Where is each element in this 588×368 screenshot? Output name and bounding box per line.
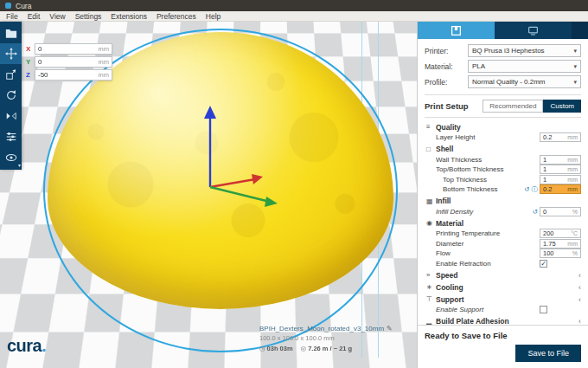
section-title: Speed: [436, 271, 578, 280]
unit-label: %: [572, 209, 578, 215]
menu-bar: FileEditViewSettingsExtensionsPreference…: [0, 11, 588, 22]
section-cooling[interactable]: ∗Cooling‹: [426, 281, 581, 293]
z-axis-arrow[interactable]: [204, 106, 216, 187]
tab-monitor[interactable]: [495, 22, 572, 39]
model-info: BPIH_Dexters_Moon_rotated_v3_10mm ✎ 100.…: [259, 325, 413, 352]
enable-support-checkbox[interactable]: [540, 306, 547, 313]
folder-icon: [5, 27, 17, 39]
axis-gizmo[interactable]: [152, 105, 291, 222]
tool-per-model-settings[interactable]: [0, 126, 22, 147]
model-dimensions: 100.0 x 100.0 x 100.0 mm: [259, 334, 413, 342]
setting-row: Layer Height0.2mm: [426, 132, 581, 143]
chevron-down-icon: ▾: [18, 162, 21, 168]
save-to-file-button[interactable]: Save to File: [515, 345, 581, 362]
chevron-down-icon: ▾: [573, 48, 577, 55]
setting-label: Wall Thickness: [436, 156, 540, 164]
machine-label: Profile:: [425, 78, 468, 87]
unit-label: mm: [99, 45, 110, 53]
printing-temperature-input[interactable]: 200°C: [540, 229, 581, 238]
x-axis-arrow[interactable]: [210, 174, 263, 187]
section-title: Shell: [436, 145, 581, 153]
print-setup-custom[interactable]: Custom: [543, 100, 581, 113]
position-panel: X0mmY0mmZ-50mm: [26, 43, 112, 82]
tool-rotate[interactable]: [0, 85, 22, 106]
edit-name-icon[interactable]: ✎: [387, 325, 393, 332]
z-position-input[interactable]: -50mm: [35, 69, 112, 81]
input-value: 200: [543, 229, 571, 237]
menu-preferences[interactable]: Preferences: [157, 12, 196, 21]
position-row-x: X0mm: [26, 43, 112, 55]
unit-label: mm: [567, 241, 578, 247]
y-position-input[interactable]: 0mm: [35, 56, 112, 68]
machine-selection: Printer:BQ Prusa i3 Hephestos▾Material:P…: [418, 39, 588, 94]
section-build-plate-adhesion[interactable]: ▂Build Plate Adhesion‹: [426, 316, 581, 326]
mirror-icon: [5, 110, 17, 122]
tool-view-mode[interactable]: ▾: [0, 147, 22, 168]
tab-prepare[interactable]: [418, 22, 495, 39]
setting-control: 1mm: [540, 165, 581, 174]
diameter-input[interactable]: 1.75mm: [540, 239, 581, 249]
status-text: Ready to Save to File: [425, 331, 581, 340]
setting-label: Enable Retraction: [436, 260, 540, 268]
top-thickness-input[interactable]: 1mm: [540, 175, 581, 184]
unit-label: mm: [99, 58, 110, 66]
top-bottom-thickness-input[interactable]: 1mm: [540, 165, 581, 174]
bottom-thickness-input[interactable]: 0.2mm: [540, 184, 581, 194]
monitor-icon: [527, 25, 539, 36]
print-setup-title: Print Setup: [425, 101, 469, 111]
menu-view[interactable]: View: [49, 12, 65, 21]
print-setup-recommended[interactable]: Recommended: [483, 100, 543, 113]
section-shell[interactable]: □Shell: [426, 144, 581, 155]
tool-scale[interactable]: [0, 64, 22, 85]
section-infill[interactable]: ▦Infill: [426, 196, 581, 207]
menu-file[interactable]: File: [6, 12, 18, 21]
section-speed[interactable]: »Speed‹: [426, 269, 581, 281]
menu-help[interactable]: Help: [206, 12, 220, 21]
profile-select[interactable]: Normal Quality - 0.2mm▾: [468, 75, 581, 88]
output-footer: Ready to Save to File Save to File: [418, 325, 588, 368]
move-icon: [5, 48, 17, 60]
unit-label: mm: [99, 71, 110, 79]
setting-row: Flow100%: [426, 249, 581, 259]
infill-density-input[interactable]: 0%: [540, 207, 581, 216]
section-material[interactable]: ◉Material: [426, 217, 581, 229]
reset-icon[interactable]: ↺: [524, 185, 529, 193]
tool-move[interactable]: [0, 43, 22, 64]
reset-icon[interactable]: ↺: [533, 208, 538, 216]
enable-retraction-checkbox[interactable]: ✓: [540, 260, 547, 268]
printer-select[interactable]: BQ Prusa i3 Hephestos▾: [468, 44, 581, 57]
print-time: ◷03h 03m: [259, 345, 293, 352]
setting-row: Bottom Thickness↺ⓘ0.2mm: [426, 184, 581, 195]
setting-control: 0.2mm: [540, 132, 581, 142]
menu-edit[interactable]: Edit: [28, 12, 41, 21]
setting-row: Top/Bottom Thickness1mm: [426, 165, 581, 175]
unit-label: mm: [567, 157, 578, 163]
machine-row: Printer:BQ Prusa i3 Hephestos▾: [425, 44, 581, 57]
setting-control: [540, 306, 581, 313]
eye-icon: [5, 152, 17, 164]
x-position-input[interactable]: 0mm: [35, 43, 112, 55]
infill-icon: ▦: [426, 197, 436, 205]
machine-label: Material:: [425, 62, 468, 71]
menu-settings[interactable]: Settings: [75, 12, 102, 21]
section-support[interactable]: ⊤Support‹: [426, 294, 581, 305]
tabbar-filler: [572, 22, 588, 39]
material-select[interactable]: PLA▾: [468, 60, 581, 73]
flow-input[interactable]: 100%: [540, 249, 581, 258]
viewport-3d[interactable]: X0mmY0mmZ-50mm BPIH_Dexters_Moon_rotated…: [0, 22, 417, 368]
setting-row: Enable Retraction✓: [426, 259, 581, 269]
wall-thickness-input[interactable]: 1mm: [540, 155, 581, 165]
setting-label: Top/Bottom Thickness: [436, 165, 540, 173]
section-title: Support: [436, 295, 578, 304]
tool-open-file[interactable]: [0, 23, 22, 43]
setting-control: 0%: [540, 207, 581, 216]
section-quality[interactable]: ≡Quality: [426, 121, 581, 132]
input-value: 100: [543, 249, 572, 257]
y-axis-arrow[interactable]: [210, 187, 278, 207]
setting-control: ✓: [540, 260, 581, 268]
setting-label: Enable Support: [436, 306, 540, 313]
info-icon[interactable]: ⓘ: [532, 185, 539, 194]
layer-height-input[interactable]: 0.2mm: [540, 132, 581, 142]
tool-mirror[interactable]: [0, 106, 22, 126]
menu-extensions[interactable]: Extensions: [111, 12, 147, 21]
